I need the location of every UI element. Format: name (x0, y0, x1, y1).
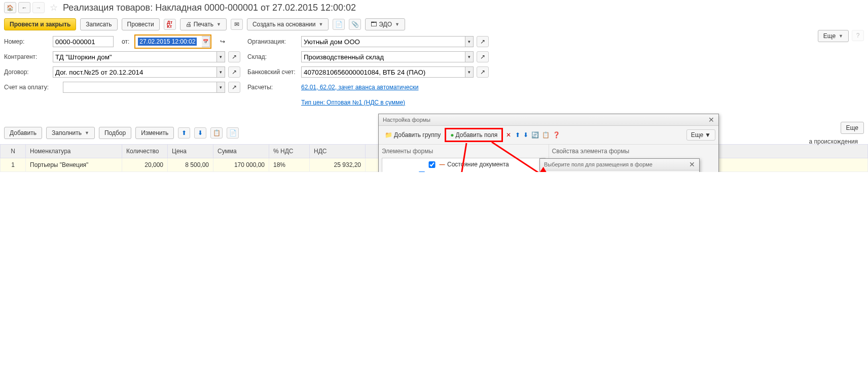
col-n: N (1, 145, 26, 158)
open-icon[interactable]: ↗ (228, 51, 240, 62)
col-origin-label: а происхождения (809, 138, 858, 145)
contract-label: Договор: (4, 68, 50, 76)
move-down-icon[interactable]: ⬇ (194, 127, 206, 139)
open-icon[interactable]: ↗ (477, 51, 489, 62)
folder-icon: 📁 (428, 171, 436, 173)
refresh-icon[interactable]: 🔄 (531, 131, 539, 139)
open-icon[interactable]: ↗ (477, 66, 489, 78)
open-icon[interactable]: ↗ (477, 36, 489, 47)
up-icon[interactable]: ⬆ (515, 131, 520, 139)
edit-button[interactable]: Изменить (135, 127, 174, 139)
checkbox[interactable] (418, 171, 425, 173)
more-button-2[interactable]: Еще (841, 122, 864, 134)
save-button[interactable]: Записать (80, 18, 117, 30)
report-icon[interactable]: 📄 (333, 19, 345, 30)
dropdown-icon[interactable]: ▾ (465, 36, 474, 47)
edo-button[interactable]: 🗔 ЭДО▼ (365, 18, 405, 30)
copy-icon[interactable]: 📋 (210, 127, 223, 139)
invoice-label: Счет на оплату: (4, 84, 60, 91)
col-sum: Сумма (213, 145, 269, 158)
dropdown-icon[interactable]: ▾ (217, 66, 225, 78)
dropdown-icon[interactable]: ▾ (217, 51, 225, 62)
invoice-input[interactable] (63, 82, 217, 93)
dropdown-icon[interactable]: ▾ (217, 82, 225, 93)
folder-plus-icon: 📁 (385, 131, 392, 139)
pick-button[interactable]: Подбор (99, 127, 131, 139)
down-icon[interactable]: ⬇ (523, 131, 528, 139)
add-fields-button[interactable]: ● Добавить поля (447, 130, 500, 140)
fill-button[interactable]: Заполнить▼ (46, 127, 95, 139)
calendar-icon[interactable]: 📅 (202, 36, 210, 47)
open-icon[interactable]: ↗ (228, 82, 240, 93)
number-label: Номер: (4, 38, 50, 45)
contragent-label: Контрагент: (4, 53, 50, 60)
calc-link[interactable]: 62.01, 62.02, зачет аванса автоматически (301, 84, 418, 91)
sklad-label: Склад: (247, 53, 298, 60)
add-button[interactable]: Добавить (4, 127, 42, 139)
more-button-dlg1[interactable]: Еще▼ (686, 129, 715, 141)
post-close-button[interactable]: Провести и закрыть (4, 18, 76, 30)
help-icon[interactable]: ❓ (553, 131, 560, 139)
more-button[interactable]: Еще▼ (818, 30, 849, 42)
dropdown-icon[interactable]: ▾ (465, 66, 474, 78)
print-button[interactable]: 🖨 Печать▼ (180, 18, 227, 30)
copy-icon[interactable]: 📋 (542, 131, 550, 139)
move-up-icon[interactable]: ⬆ (178, 127, 190, 139)
elements-title: Элементы формы (382, 147, 546, 158)
create-based-button[interactable]: Создать на основании▼ (247, 18, 329, 30)
mail-icon[interactable]: ✉ (231, 19, 243, 30)
from-label: от: (122, 38, 129, 45)
attach-icon[interactable]: 📎 (349, 19, 361, 30)
checkbox[interactable] (428, 161, 436, 168)
close-icon[interactable]: ✕ (689, 160, 695, 168)
col-vatpct: % НДС (269, 145, 310, 158)
col-qty: Количество (122, 145, 168, 158)
props-title: Свойства элемента формы (552, 147, 716, 158)
open-icon[interactable]: ↗ (228, 66, 240, 78)
forward-icon[interactable]: → (32, 2, 45, 13)
dlg1-title: Настройка формы (383, 117, 430, 123)
back-icon[interactable]: ← (18, 2, 30, 13)
bank-label: Банковский счет: (247, 68, 298, 76)
date-input[interactable]: 27.02.2015 12:00:02 (138, 38, 197, 46)
refresh-icon[interactable]: ↪ (216, 36, 229, 47)
home-icon[interactable]: 🏠 (4, 2, 16, 13)
field-icon: — (439, 161, 446, 167)
org-label: Организация: (247, 38, 298, 45)
close-icon[interactable]: ✕ (708, 116, 714, 124)
favorite-icon[interactable]: ☆ (50, 2, 58, 13)
contract-input[interactable] (53, 66, 217, 78)
price-type-link[interactable]: Тип цен: Оптовая №1 (НДС в сумме) (301, 99, 405, 106)
dlg2-title: Выберите поля для размещения в форме (544, 161, 653, 167)
dtkt-icon[interactable]: ДтКт (164, 19, 176, 30)
post-button[interactable]: Провести (122, 18, 160, 30)
expand-icon[interactable]: ⊕ (409, 172, 415, 173)
col-vat: НДС (310, 145, 366, 158)
number-input[interactable] (53, 36, 114, 47)
add-group-button[interactable]: 📁 Добавить группу (382, 130, 444, 140)
tree-item[interactable]: ⊕📁Группа контрагент (383, 169, 544, 172)
paste-icon[interactable]: 📄 (227, 127, 239, 139)
sklad-input[interactable] (301, 51, 465, 62)
elements-tree[interactable]: —Состояние документа⊕📁Группа контрагент—… (382, 158, 546, 172)
org-input[interactable] (301, 36, 465, 47)
delete-icon[interactable]: ✕ (506, 131, 511, 139)
contragent-input[interactable] (53, 51, 217, 62)
fields-select-dialog: Выберите поля для размещения в форме ✕ а… (539, 158, 700, 172)
dropdown-icon[interactable]: ▾ (465, 51, 474, 62)
bank-input[interactable] (301, 66, 465, 78)
page-title: Реализация товаров: Накладная 0000-00000… (63, 3, 356, 13)
tree-item[interactable]: —Состояние документа (383, 159, 544, 169)
col-nom: Номенклатура (26, 145, 122, 158)
calc-label: Расчеты: (247, 84, 298, 91)
plus-icon: ● (450, 131, 454, 139)
help-icon[interactable]: ? (852, 30, 864, 41)
col-price: Цена (168, 145, 213, 158)
date-input-wrap: 27.02.2015 12:00:02 📅 (134, 35, 211, 49)
